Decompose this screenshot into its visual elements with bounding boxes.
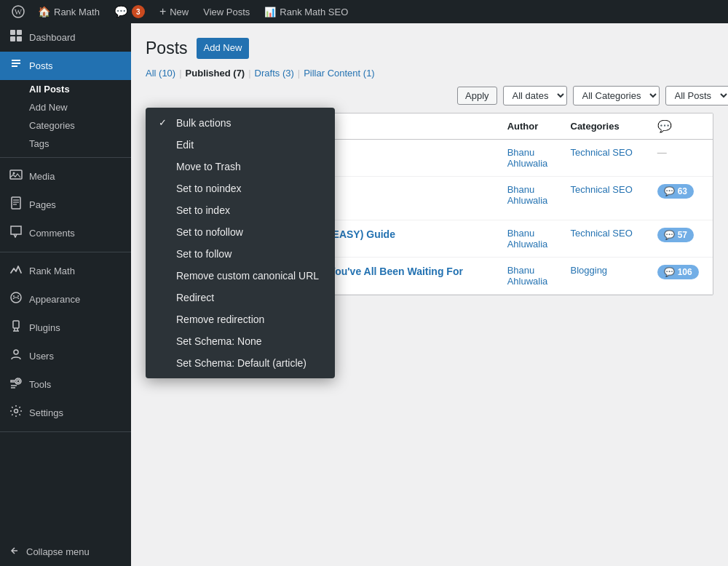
sidebar-item-media[interactable]: Media [0, 162, 131, 191]
sidebar-item-appearance[interactable]: Appearance [0, 285, 131, 314]
users-icon [9, 348, 23, 364]
svg-rect-15 [13, 321, 19, 328]
sidebar-item-users[interactable]: Users [0, 342, 131, 370]
site-name-label: Rank Math [54, 7, 100, 17]
svg-point-19 [14, 350, 18, 354]
row2-comment-badge[interactable]: 💬 63 [657, 184, 694, 199]
rank-math-seo-item[interactable]: 📊 Rank Math SEO [257, 0, 355, 23]
dropdown-label-move-to-trash: Move to Trash [176, 161, 241, 172]
toolbar-row: ✓ Bulk actions Edit Move to Trash Set to… [146, 86, 713, 105]
comment-badge-icon2: 💬 [664, 230, 675, 240]
add-new-button[interactable]: Add New [197, 38, 250, 59]
dropdown-item-redirect[interactable]: Redirect [146, 287, 335, 308]
row3-category-link[interactable]: Technical SEO [571, 228, 633, 239]
sidebar-item-posts[interactable]: Posts [0, 52, 131, 80]
all-dates-select[interactable]: All dates [503, 86, 567, 105]
admin-bar: W 🏠 Rank Math 💬 3 + New View Posts 📊 Ran… [0, 0, 728, 23]
svg-rect-3 [17, 30, 22, 35]
appearance-icon [9, 291, 23, 308]
dropdown-item-schema-default[interactable]: Set Schema: Default (article) [146, 352, 335, 374]
row2-category-cell: Technical SEO [562, 176, 649, 220]
sidebar-item-dashboard[interactable]: Dashboard [0, 23, 131, 52]
posts-icon [9, 57, 23, 74]
all-categories-select[interactable]: All Categories [573, 86, 660, 105]
collapse-menu[interactable]: Collapse menu [0, 538, 131, 566]
filter-tabs: All (10) | Published (7) | Drafts (3) | … [146, 68, 713, 79]
new-item[interactable]: + New [152, 0, 196, 23]
sidebar-item-rank-math[interactable]: Rank Math [0, 257, 131, 285]
sidebar-item-settings[interactable]: Settings [0, 399, 131, 427]
row4-comment-badge[interactable]: 💬 106 [657, 265, 699, 279]
comments-sidebar-icon [9, 225, 23, 242]
main-content: Posts Add New All (10) | Published (7) |… [131, 23, 728, 566]
sidebar-sub-tags[interactable]: Tags [0, 135, 131, 153]
check-icon: ✓ [159, 117, 170, 128]
view-posts-item[interactable]: View Posts [196, 0, 257, 23]
dropdown-item-set-follow[interactable]: Set to follow [146, 243, 335, 265]
dropdown-item-edit[interactable]: Edit [146, 134, 335, 156]
posts-label: Posts [29, 60, 53, 71]
row1-author-link[interactable]: BhanuAhluwalia [507, 147, 548, 169]
dropdown-item-schema-none[interactable]: Set Schema: None [146, 330, 335, 352]
site-name-item[interactable]: 🏠 Rank Math [31, 0, 107, 23]
dropdown-menu: ✓ Bulk actions Edit Move to Trash Set to… [146, 108, 335, 378]
wp-logo-item[interactable]: W [6, 0, 31, 23]
sidebar-item-tools[interactable]: Tools [0, 370, 131, 399]
row4-author-link[interactable]: BhanuAhluwalia [507, 265, 548, 287]
row2-author-link[interactable]: BhanuAhluwalia [507, 184, 548, 206]
th-categories: Categories [562, 113, 649, 140]
svg-point-14 [17, 295, 19, 297]
dropdown-label-set-nofollow: Set to nofollow [176, 226, 243, 238]
row4-category-link[interactable]: Blogging [571, 265, 608, 276]
row1-category-cell: Technical SEO [562, 139, 649, 176]
sidebar-sub-all-posts[interactable]: All Posts [0, 80, 131, 98]
svg-rect-8 [12, 197, 20, 209]
dropdown-label-remove-canonical: Remove custom canonical URL [176, 270, 319, 282]
bulk-actions-dropdown: ✓ Bulk actions Edit Move to Trash Set to… [146, 108, 335, 378]
filter-tab-all[interactable]: All (10) [146, 68, 175, 79]
add-new-sub-label: Add New [29, 102, 68, 113]
row2-category-link[interactable]: Technical SEO [571, 184, 633, 195]
sidebar-item-pages[interactable]: Pages [0, 191, 131, 219]
svg-rect-5 [17, 36, 22, 41]
dropdown-item-remove-canonical[interactable]: Remove custom canonical URL [146, 265, 335, 287]
filter-tab-published[interactable]: Published (7) [186, 68, 245, 79]
dropdown-item-set-nofollow[interactable]: Set to nofollow [146, 221, 335, 243]
dropdown-item-set-index[interactable]: Set to index [146, 199, 335, 221]
users-label: Users [29, 351, 54, 362]
row4-comments-cell: 💬 106 [649, 257, 713, 294]
sidebar: Dashboard Posts All Posts Add New Catego… [0, 23, 131, 566]
media-label: Media [29, 171, 55, 182]
row3-comment-badge[interactable]: 💬 57 [657, 228, 694, 242]
collapse-label: Collapse menu [26, 546, 90, 557]
apply-button[interactable]: Apply [457, 87, 497, 105]
row1-comment-dash: — [657, 147, 667, 158]
dropdown-label-redirect: Redirect [176, 292, 214, 303]
dropdown-item-bulk-actions[interactable]: ✓ Bulk actions [146, 112, 335, 134]
dropdown-item-remove-redirection[interactable]: Remove redirection [146, 308, 335, 330]
rank-math-seo-label: Rank Math SEO [280, 7, 348, 17]
dropdown-item-move-to-trash[interactable]: Move to Trash [146, 156, 335, 178]
svg-point-7 [13, 172, 15, 175]
tools-icon [9, 376, 23, 393]
dropdown-item-set-noindex[interactable]: Set to noindex [146, 178, 335, 199]
view-posts-label: View Posts [203, 7, 250, 17]
sidebar-sub-categories[interactable]: Categories [0, 116, 131, 135]
row2-author-cell: BhanuAhluwalia [499, 176, 562, 220]
row3-category-cell: Technical SEO [562, 220, 649, 257]
comments-item[interactable]: 💬 3 [107, 0, 152, 23]
comment-icon: 💬 [114, 5, 128, 18]
svg-point-22 [15, 410, 18, 413]
all-posts-select[interactable]: All Posts [665, 86, 728, 105]
sidebar-item-plugins[interactable]: Plugins [0, 314, 131, 342]
dropdown-label-set-follow: Set to follow [176, 248, 232, 260]
plugins-label: Plugins [29, 322, 60, 333]
sidebar-sub-add-new[interactable]: Add New [0, 98, 131, 116]
sidebar-item-comments[interactable]: Comments [0, 219, 131, 247]
appearance-label: Appearance [29, 294, 80, 305]
row1-category-link[interactable]: Technical SEO [571, 147, 633, 158]
row3-author-link[interactable]: BhanuAhluwalia [507, 228, 548, 250]
th-author: Author [499, 113, 562, 140]
filter-tab-pillar-content[interactable]: Pillar Content (1) [304, 68, 375, 79]
filter-tab-drafts[interactable]: Drafts (3) [255, 68, 294, 79]
